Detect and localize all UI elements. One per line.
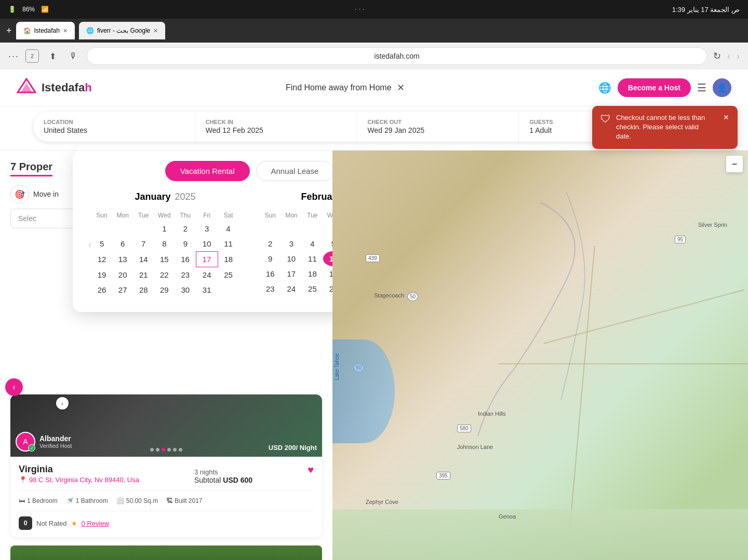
day-sun: Sun <box>91 210 112 221</box>
calendar-day[interactable]: 16 <box>260 266 281 281</box>
calendar-day[interactable]: 13 <box>112 252 133 267</box>
map-zoom-out-button[interactable]: − <box>726 156 743 172</box>
calendar-day[interactable]: 28 <box>133 282 154 297</box>
calendar-day[interactable]: 16 <box>175 252 196 267</box>
calendar-day[interactable]: 19 <box>91 267 112 283</box>
calendar-day[interactable]: 18 <box>302 266 323 281</box>
calendar-day[interactable]: 29 <box>154 282 175 297</box>
annual-lease-tab[interactable]: Annual Lease <box>256 161 332 181</box>
calendar-day[interactable]: 4 <box>302 236 323 251</box>
tab-fiverr[interactable]: 🌐 fiverr - بحث Google ✕ <box>79 22 165 39</box>
calendar-day[interactable]: 11 <box>302 251 323 266</box>
location-icon-button[interactable]: 🎯 <box>10 185 29 203</box>
address-bar[interactable]: istedafah.com <box>87 47 707 65</box>
calendar-day[interactable]: 27 <box>112 282 133 297</box>
sqm-amenity: ⬜ 50.00 Sq.m <box>116 497 158 504</box>
mic-button[interactable]: 🎙 <box>66 49 81 63</box>
plant-image <box>10 545 322 560</box>
calendar-day[interactable]: 11 <box>218 236 239 252</box>
checkout-field[interactable]: Check Out Wed 29 Jan 2025 <box>357 112 519 142</box>
calendar-day[interactable]: 26 <box>91 282 112 297</box>
calendar-day[interactable]: 21 <box>133 267 154 283</box>
checkin-label: Check In <box>206 119 346 125</box>
calendar-day[interactable]: 23 <box>260 281 281 296</box>
user-avatar[interactable]: 👤 <box>713 78 731 97</box>
new-tab-button[interactable]: + <box>6 25 12 36</box>
tab-close-fiverr[interactable]: ✕ <box>153 28 158 34</box>
forward-button[interactable]: › <box>737 51 740 62</box>
calendar-day[interactable]: 12 <box>323 251 332 266</box>
calendar-day[interactable]: 19 <box>323 266 332 281</box>
calendar-day[interactable]: 9 <box>260 251 281 266</box>
calendar-nav: ‹ January 2025 Sun Mon <box>88 192 332 297</box>
calendar-day[interactable]: 5 <box>323 236 332 251</box>
language-selector[interactable]: 🌐 <box>598 81 611 94</box>
calendar-day[interactable]: 25 <box>218 267 239 283</box>
rating-text: Not Rated <box>36 520 67 527</box>
calendar-day[interactable]: 5 <box>91 236 112 252</box>
location-label: Location <box>44 119 184 125</box>
day-sun-feb: Sun <box>260 210 281 221</box>
move-in-text: Move in <box>33 190 59 198</box>
location-field[interactable]: Location United States <box>33 112 195 142</box>
calendar-day[interactable]: 23 <box>175 267 196 283</box>
calendar-day[interactable]: 3 <box>196 221 218 236</box>
calendar-day[interactable]: 18 <box>218 252 239 267</box>
card-price: USD 200/ Night <box>269 444 317 452</box>
favorite-button[interactable]: ♥ <box>308 464 314 476</box>
calendar-day[interactable]: 8 <box>154 236 175 252</box>
booking-details: 3 nights Subtotal USD 600 <box>194 468 252 484</box>
left-nav-button[interactable]: ‹ <box>5 378 23 396</box>
back-button[interactable]: ‹ <box>727 51 730 62</box>
calendar-day[interactable]: 10 <box>196 236 218 252</box>
amenities-list: 🛏 1 Bedroom 🚿 1 Bathroom ⬜ 50.00 Sq.m 🏗 … <box>19 490 314 504</box>
map-label-lake-tahoe: Lake Tahoe <box>334 353 340 380</box>
calendar-day[interactable]: 6 <box>112 236 133 252</box>
hamburger-menu[interactable]: ☰ <box>697 81 706 94</box>
menu-dots[interactable]: ··· <box>8 51 19 62</box>
calendar-day[interactable]: 17 <box>196 252 218 267</box>
checkin-field[interactable]: Check In Wed 12 Feb 2025 <box>195 112 357 142</box>
calendar-day[interactable]: 7 <box>133 236 154 252</box>
host-avatar-container: A ✓ <box>16 432 35 452</box>
calendar-day[interactable]: 24 <box>281 281 302 296</box>
calendar-day[interactable]: 17 <box>281 266 302 281</box>
calendar-day[interactable]: 9 <box>175 236 196 252</box>
calendar-day[interactable]: 2 <box>175 221 196 236</box>
calendar-day[interactable]: 4 <box>218 221 239 236</box>
calendar-day[interactable]: 31 <box>196 282 218 297</box>
tab-istedafah[interactable]: 🏠 Istedafah ✕ <box>16 22 75 39</box>
calendar-day[interactable]: 1 <box>154 221 175 236</box>
small-left-arrow[interactable]: ‹ <box>56 397 69 409</box>
calendar-day[interactable]: 14 <box>133 252 154 267</box>
reload-button[interactable]: ↻ <box>713 50 721 62</box>
calendar-day[interactable]: 15 <box>154 252 175 267</box>
calendar-day[interactable]: 10 <box>281 251 302 266</box>
calendar-day[interactable]: 3 <box>281 236 302 251</box>
vacation-rental-tab[interactable]: Vacation Rental <box>165 161 250 181</box>
app-header: Istedafah Find Home away from Home ✕ 🌐 B… <box>0 70 748 106</box>
calendar-day[interactable]: 26 <box>323 281 332 296</box>
calendar-day[interactable]: 12 <box>91 252 112 267</box>
calendar-day[interactable]: 20 <box>112 267 133 283</box>
calendar-day[interactable]: 2 <box>260 236 281 251</box>
terrain-bottom <box>332 509 748 560</box>
calendar-day[interactable]: 24 <box>196 267 218 283</box>
calendar-overlay: Vacation Rental Annual Lease ‹ January 2… <box>73 151 332 312</box>
share-button[interactable]: ⬆ <box>45 49 60 63</box>
calendar-day[interactable]: 30 <box>175 282 196 297</box>
error-close-button[interactable]: ✕ <box>723 113 729 121</box>
tab-switcher[interactable]: 2 <box>25 49 39 63</box>
calendar-day[interactable]: 22 <box>154 267 175 283</box>
calendar-day[interactable]: 25 <box>302 281 323 296</box>
become-host-button[interactable]: Become a Host <box>618 78 691 97</box>
tab-close-button[interactable]: ✕ <box>63 28 68 34</box>
january-header: January 2025 <box>91 192 239 202</box>
build-icon: 🏗 <box>166 497 172 504</box>
review-link[interactable]: 0 Review <box>82 520 109 527</box>
subtotal: Subtotal USD 600 <box>194 476 252 484</box>
calendar-day <box>281 221 302 236</box>
day-tue: Tue <box>133 210 154 221</box>
close-search-button[interactable]: ✕ <box>397 82 405 93</box>
day-wed-feb: Wed <box>323 210 332 221</box>
